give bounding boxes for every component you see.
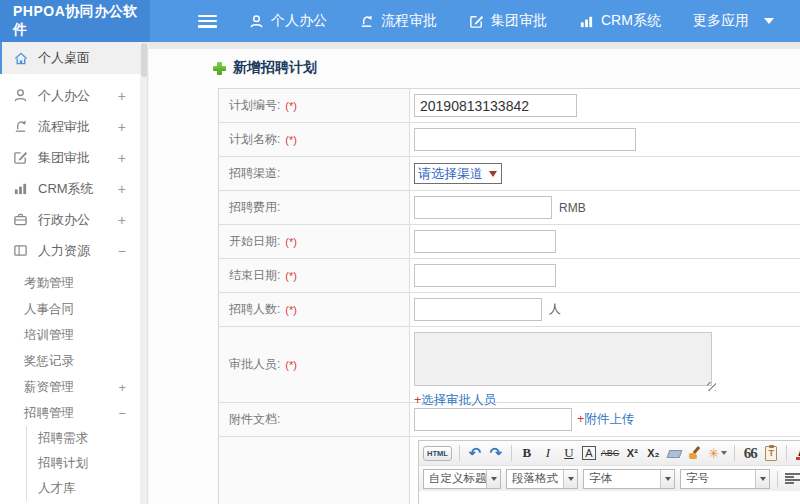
expand-plus-icon[interactable]: + <box>118 150 126 166</box>
sidebar-subitem-hr-contract[interactable]: 人事合同 <box>0 296 140 322</box>
headcount-input[interactable] <box>414 298 542 321</box>
sidebar-subitem-attendance[interactable]: 考勤管理 <box>0 270 140 296</box>
font-family-select[interactable]: 字体 <box>583 469 675 489</box>
topnav-group-approval[interactable]: 集团审批 <box>469 12 547 30</box>
workflow-icon <box>359 14 374 29</box>
underline-button[interactable]: U <box>561 444 577 462</box>
bold-button[interactable]: B <box>519 444 535 462</box>
field-label: 审批人员: <box>229 356 280 373</box>
sidebar-subitem-talent-pool[interactable]: 人才库 <box>27 476 140 501</box>
undo-button[interactable]: ↶ <box>467 444 483 462</box>
topnav-crm[interactable]: CRM系统 <box>579 12 661 30</box>
topnav-more-apps[interactable]: 更多应用 <box>693 12 774 30</box>
autoformat-button[interactable]: ✳ <box>708 444 727 462</box>
plan-number-input[interactable] <box>414 94 577 117</box>
sidebar-subitem-rewards[interactable]: 奖惩记录 <box>0 348 140 374</box>
dropdown-caret-icon <box>755 470 769 488</box>
italic-button[interactable]: I <box>540 444 556 462</box>
plan-name-input[interactable] <box>414 128 636 151</box>
superscript-button[interactable]: X² <box>624 444 640 462</box>
sidebar-scrollbar[interactable] <box>140 42 148 504</box>
redo-button[interactable]: ↷ <box>488 444 504 462</box>
approvers-textarea[interactable] <box>414 332 712 386</box>
blockquote-button[interactable]: 66 <box>742 444 758 462</box>
align-left-button[interactable] <box>785 473 800 485</box>
sidebar-item-desktop[interactable]: 个人桌面 <box>0 42 140 74</box>
bar-chart-icon <box>579 14 594 29</box>
sidebar-item-workflow-approval[interactable]: 流程审批 + <box>0 111 140 142</box>
format-brush-button[interactable] <box>687 444 703 462</box>
sidebar: 个人桌面 个人办公 + 流程审批 + 集团审批 + <box>0 42 140 504</box>
recruit-channel-select[interactable]: 请选择渠道 <box>414 163 502 184</box>
subscript-button[interactable]: X₂ <box>645 444 661 462</box>
recruit-cost-input[interactable] <box>414 196 552 219</box>
font-size-select[interactable]: 字号 <box>680 469 770 489</box>
menu-toggle-icon[interactable] <box>198 15 217 28</box>
attachment-upload-link[interactable]: +附件上传 <box>577 411 634 428</box>
resize-grip-icon[interactable] <box>707 382 716 391</box>
top-navigation: 个人办公 流程审批 集团审批 CRM系统 <box>150 0 800 42</box>
expand-plus-icon[interactable]: + <box>118 380 126 395</box>
briefcase-icon <box>12 212 29 228</box>
sidebar-item-label: 行政办公 <box>38 211 90 229</box>
topnav-label: 个人办公 <box>271 12 327 30</box>
edit-square-icon <box>469 14 484 29</box>
bar-chart-icon <box>12 181 29 197</box>
sidebar-item-personal-office[interactable]: 个人办公 + <box>0 80 140 111</box>
sparkle-icon: ✳ <box>708 446 719 461</box>
sidebar-subitem-salary[interactable]: 薪资管理 + <box>0 374 140 400</box>
select-caret-icon <box>489 171 497 177</box>
form-row-end-date: 结束日期: (*) <box>219 259 800 293</box>
field-label: 招聘人数: <box>229 301 280 318</box>
editor-toolbar-row1: HTML ↶ ↷ B I U A ABC X² X₂ <box>419 441 800 465</box>
sidebar-item-hr[interactable]: 人力资源 − <box>0 235 140 266</box>
field-label: 计划名称: <box>229 131 280 148</box>
expand-plus-icon[interactable]: + <box>118 181 126 197</box>
field-label: 计划编号: <box>229 97 280 114</box>
sidebar-subitem-label: 招聘需求 <box>38 430 88 447</box>
topnav-workflow-approval[interactable]: 流程审批 <box>359 12 437 30</box>
expand-plus-icon[interactable]: + <box>118 88 126 104</box>
sidebar-item-label: 流程审批 <box>38 118 90 136</box>
edit-square-icon <box>12 150 29 166</box>
form-row-cost: 招聘费用: RMB <box>219 191 800 225</box>
sidebar-subitem-recruit-demand[interactable]: 招聘需求 <box>27 426 140 451</box>
sidebar-subitem-recruit-plan[interactable]: 招聘计划 <box>27 451 140 476</box>
paragraph-format-select[interactable]: 段落格式 <box>506 469 578 489</box>
sidebar-subitem-training[interactable]: 培训管理 <box>0 322 140 348</box>
paste-text-button[interactable]: T <box>763 444 779 462</box>
color-bar-icon <box>796 457 800 460</box>
app-logo: PHPOA协同办公软件 <box>0 0 150 42</box>
sidebar-item-group-approval[interactable]: 集团审批 + <box>0 142 140 173</box>
sidebar-item-admin-office[interactable]: 行政办公 + <box>0 204 140 235</box>
strikethrough-button[interactable]: ABC <box>601 444 620 462</box>
currency-suffix: RMB <box>559 201 586 215</box>
sidebar-subitem-recruitment[interactable]: 招聘管理 − <box>0 400 140 426</box>
hr-submenu: 考勤管理 人事合同 培训管理 奖惩记录 薪资管理 + 招聘管理 − 招聘需求 <box>0 270 140 501</box>
sidebar-subitem-label: 招聘计划 <box>38 455 88 472</box>
user-icon <box>249 14 264 29</box>
field-label: 开始日期: <box>229 233 280 250</box>
sidebar-item-label: 个人桌面 <box>38 49 90 67</box>
scrollbar-thumb[interactable] <box>141 43 147 77</box>
topnav-label: CRM系统 <box>601 12 661 30</box>
char-border-button[interactable]: A <box>582 446 596 460</box>
sidebar-item-crm[interactable]: CRM系统 + <box>0 173 140 204</box>
expand-plus-icon[interactable]: + <box>118 119 126 135</box>
expand-plus-icon[interactable]: + <box>118 212 126 228</box>
editor-content-area[interactable] <box>419 491 800 504</box>
form-row-channel: 招聘渠道: 请选择渠道 <box>219 157 800 191</box>
remove-format-button[interactable] <box>666 444 682 462</box>
font-color-button[interactable]: A <box>794 444 800 462</box>
book-icon <box>12 243 29 259</box>
start-date-input[interactable] <box>414 230 556 253</box>
collapse-minus-icon[interactable]: − <box>118 406 126 421</box>
dropdown-caret-icon <box>563 470 577 488</box>
end-date-input[interactable] <box>414 264 556 287</box>
topnav-personal-office[interactable]: 个人办公 <box>249 12 327 30</box>
html-source-button[interactable]: HTML <box>423 446 452 461</box>
heading-style-select[interactable]: 自定义标题 <box>423 469 501 489</box>
collapse-minus-icon[interactable]: − <box>118 243 126 259</box>
form-row-attachment: 附件文档: +附件上传 <box>219 403 800 437</box>
attachment-input[interactable] <box>414 408 572 431</box>
